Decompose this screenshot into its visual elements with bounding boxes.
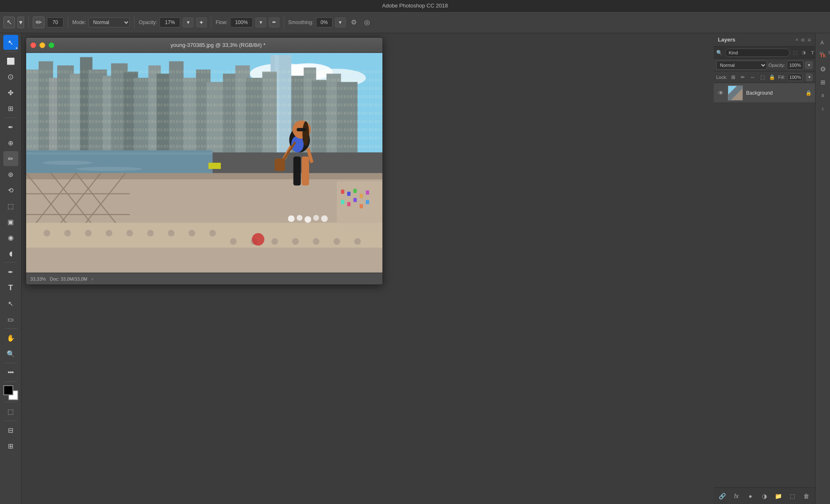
opacity-dropdown-btn[interactable]: ▾ (183, 17, 193, 27)
styles-btn[interactable]: ⊞ (817, 76, 829, 88)
hand-tool-btn[interactable]: ✋ (3, 330, 18, 345)
add-mask-btn[interactable]: ● (744, 490, 756, 502)
svg-point-82 (302, 121, 309, 146)
fill-dropdown[interactable]: ▾ (806, 73, 813, 81)
panel-menu-btn[interactable]: ≡ (808, 37, 811, 43)
image-canvas[interactable] (26, 53, 382, 273)
toolbar-divider-1 (28, 16, 29, 29)
opacity-dropdown[interactable]: ▾ (805, 61, 813, 69)
brush-tool-btn[interactable]: ✏ (3, 151, 18, 166)
svg-point-55 (106, 230, 113, 237)
opacity-label: Opacity: (769, 63, 785, 68)
lock-position-btn[interactable]: ↔ (749, 73, 756, 81)
cc-libraries-btn[interactable]: A (817, 37, 829, 48)
filter-adjustment-btn[interactable]: ◑ (800, 49, 808, 56)
layer-lock-icon: 🔒 (806, 90, 812, 96)
gradient-btn[interactable]: ▣ (3, 214, 18, 229)
move-tool-icon[interactable]: ↖ (3, 17, 15, 28)
quick-select-btn[interactable]: ✤ (3, 85, 18, 100)
eyedropper-btn[interactable]: ✒ (3, 120, 18, 135)
add-style-btn[interactable]: fx (731, 490, 742, 502)
healing-btn[interactable]: ⊕ (3, 135, 18, 150)
adjustments-btn[interactable]: ⚙ (817, 63, 829, 75)
adjustment-layer-btn[interactable]: ◑ (759, 490, 770, 502)
flow-input[interactable]: 100% (230, 17, 253, 27)
crop-tool-btn[interactable]: ⊞ (3, 101, 18, 116)
pen-pressure-btn[interactable]: ✒ (269, 17, 279, 27)
close-btn[interactable] (30, 42, 36, 48)
tool-separator-7 (5, 402, 17, 402)
doc-info: Doc: 33,0M/33,0M (50, 276, 87, 281)
svg-text:A: A (820, 40, 824, 46)
filter-pixel-btn[interactable]: ⬚ (791, 49, 799, 56)
marquee-tool-btn[interactable]: ⬜ (3, 54, 18, 69)
clone-stamp-btn[interactable]: ⊛ (3, 167, 18, 182)
layer-visibility-toggle[interactable]: 👁 (717, 89, 725, 97)
brush-preset-btn[interactable]: ✏ (33, 17, 44, 28)
more-tools-btn[interactable]: ••• (3, 365, 18, 380)
layer-background[interactable]: 👁 Background 🔒 (714, 83, 815, 103)
tool-separator-1 (5, 51, 17, 52)
lasso-tool-btn[interactable]: ⊙ (3, 69, 18, 84)
panel-expand-btn[interactable]: « (801, 35, 805, 44)
filter-type-btn[interactable]: T (809, 49, 816, 56)
fill-input[interactable]: 100% (788, 73, 803, 81)
histogram-btn[interactable]: ↕ (817, 103, 829, 115)
svg-rect-35 (26, 152, 213, 154)
pen-tool-btn[interactable]: ✒ (3, 264, 18, 279)
tool-options-chevron[interactable]: ▾ (17, 17, 24, 28)
quick-mask-btn[interactable]: ⬚ (3, 404, 18, 419)
svg-point-66 (333, 238, 340, 245)
right-sidebar: A Tk ⚙ ⊞ ≡ ↕ (815, 33, 830, 504)
new-layer-btn[interactable]: ⬚ (786, 490, 798, 502)
layer-mode-select[interactable]: Normal Multiply Screen (716, 61, 767, 70)
delete-layer-btn[interactable]: 🗑 (801, 490, 812, 502)
svg-point-60 (209, 230, 216, 237)
filter-smart-btn[interactable]: ⊞ (826, 49, 830, 56)
status-arrow[interactable]: › (91, 276, 93, 281)
lock-image-btn[interactable]: ✏ (739, 73, 747, 81)
dodge-btn[interactable]: ◖ (3, 246, 18, 261)
lock-all-btn[interactable]: 🔒 (769, 73, 776, 81)
group-layers-btn[interactable]: 📁 (773, 490, 784, 502)
search-glass-icon: 🔍 (716, 50, 722, 56)
layer-search-input[interactable] (725, 49, 790, 57)
mode-select[interactable]: Normal Multiply Screen (88, 17, 130, 27)
eraser-btn[interactable]: ⬚ (3, 198, 18, 213)
smoothing-input[interactable]: 0% (316, 17, 333, 27)
minimize-btn[interactable] (39, 42, 45, 48)
panel-controls: × « ≡ (796, 35, 811, 44)
panel-collapse-btn[interactable]: × (796, 37, 798, 43)
airbrush-btn[interactable]: ✦ (196, 17, 207, 27)
text-tool-btn[interactable]: T (3, 280, 18, 295)
lock-artboard-btn[interactable]: ⬚ (759, 73, 766, 81)
settings-btn[interactable]: ⚙ (348, 17, 359, 28)
filter-shape-btn[interactable]: ▭ (818, 49, 825, 56)
foreground-color-swatch[interactable] (3, 385, 13, 395)
blur-btn[interactable]: ◉ (3, 230, 18, 245)
extra-settings-btn[interactable]: ◎ (362, 17, 372, 28)
svg-point-95 (252, 233, 264, 246)
move-tool-btn[interactable]: ↖ (3, 35, 18, 50)
toolbar: ↖ ▾ ✏ 70 Mode: Normal Multiply Screen Op… (0, 12, 830, 33)
lock-transparent-btn[interactable]: ⊞ (730, 73, 737, 81)
smoothing-dropdown-btn[interactable]: ▾ (335, 17, 346, 27)
zoom-tool-btn[interactable]: 🔍 (3, 346, 18, 361)
fill-label: Fill: (778, 75, 785, 80)
screen-mode-btn[interactable]: ⊟ (3, 423, 18, 438)
maximize-btn[interactable] (49, 42, 54, 48)
channels-btn[interactable]: ≡ (817, 90, 829, 101)
shape-tool-btn[interactable]: ▭ (3, 312, 18, 327)
layer-opacity-input[interactable]: 100% (787, 61, 803, 70)
svg-rect-72 (360, 194, 363, 198)
link-layers-btn[interactable]: 🔗 (717, 490, 728, 502)
layers-list: 👁 Background 🔒 (714, 83, 815, 487)
history-brush-btn[interactable]: ⟲ (3, 183, 18, 198)
svg-point-92 (304, 216, 311, 223)
screen-mode-btn2[interactable]: ⊞ (3, 438, 18, 453)
toolbar-divider-2 (68, 16, 68, 29)
path-select-btn[interactable]: ↖ (3, 296, 18, 311)
opacity-input[interactable]: 17% (159, 17, 180, 27)
flow-dropdown-btn[interactable]: ▾ (255, 17, 266, 27)
brush-size-input[interactable]: 70 (47, 17, 64, 27)
